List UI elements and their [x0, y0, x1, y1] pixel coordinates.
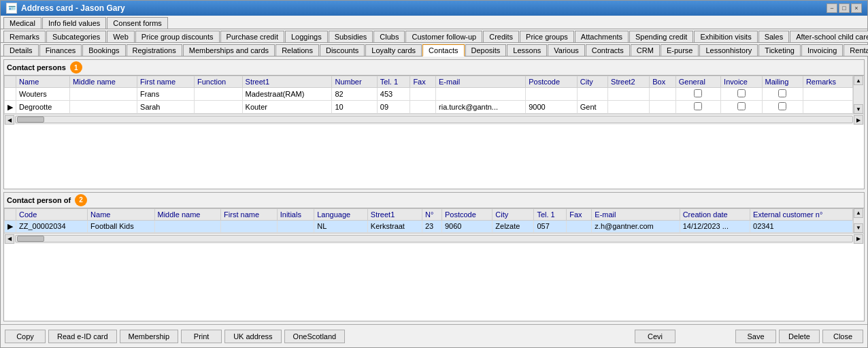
cell-invoice[interactable] — [721, 88, 762, 101]
cell2-ext: 02341 — [750, 220, 853, 232]
tab-attachments[interactable]: Attachments — [575, 31, 629, 42]
scroll-down-arrow-1[interactable]: ▼ — [854, 104, 863, 114]
tab-purchase-credit[interactable]: Purchase credit — [220, 31, 284, 42]
tab-finances[interactable]: Finances — [39, 44, 82, 56]
scroll-left-arrow-1[interactable]: ◀ — [5, 115, 14, 125]
tab-customer-follow-up[interactable]: Customer follow-up — [405, 31, 482, 42]
minimize-button[interactable]: − — [827, 3, 837, 13]
table-row[interactable]: ▶ ZZ_00002034 Football Kids NL Kerkstraa… — [5, 220, 853, 232]
tab-rental[interactable]: Rental — [844, 44, 868, 56]
cell-number: 82 — [332, 88, 377, 101]
invoice-checkbox[interactable] — [737, 102, 746, 110]
cell-street1: Madestraat(RAM) — [242, 88, 332, 101]
invoice-checkbox[interactable] — [737, 89, 746, 97]
tab-price-groups[interactable]: Price groups — [520, 31, 574, 42]
tab-sales[interactable]: Sales — [758, 31, 790, 42]
scroll-right-arrow-2[interactable]: ▶ — [854, 234, 863, 244]
general-checkbox[interactable] — [694, 102, 702, 110]
tab-relations[interactable]: Relations — [276, 44, 319, 56]
onescotland-button[interactable]: OneScotland — [284, 330, 346, 343]
tab-spending-credit[interactable]: Spending credit — [629, 31, 693, 42]
tab-contracts[interactable]: Contracts — [586, 44, 630, 56]
tab-consent-forms[interactable]: Consent forms — [107, 17, 168, 29]
tab-contacts[interactable]: Contacts — [422, 44, 464, 57]
tab-discounts[interactable]: Discounts — [320, 44, 365, 56]
col2-street1: Street1 — [367, 208, 422, 220]
scroll-down-arrow-2[interactable]: ▼ — [854, 223, 863, 233]
hscroll-track-2 — [15, 235, 853, 242]
copy-button[interactable]: Copy — [5, 330, 46, 343]
read-eid-button[interactable]: Read e-ID card — [48, 330, 117, 343]
contact-persons-scroll[interactable]: Name Middle name First name Function Str… — [4, 76, 853, 114]
vscrollbar-2[interactable]: ▲ ▼ — [853, 208, 864, 233]
cell-invoice[interactable] — [721, 101, 762, 114]
scroll-left-arrow-2[interactable]: ◀ — [5, 234, 14, 244]
window-icon: 🪪 — [6, 3, 17, 14]
cevi-button[interactable]: Cevi — [635, 330, 675, 343]
cell2-initials — [277, 220, 314, 232]
cell-general[interactable] — [675, 101, 720, 114]
tab-registrations[interactable]: Registrations — [127, 44, 182, 56]
tab-after-school[interactable]: After-school child care — [790, 31, 868, 42]
cell-number: 10 — [332, 101, 377, 114]
tab-bookings[interactable]: Bookings — [82, 44, 125, 56]
tab-subcategories[interactable]: Subcategories — [46, 31, 106, 42]
general-checkbox[interactable] — [694, 89, 702, 97]
cell-mailing[interactable] — [762, 88, 803, 101]
tab-crm[interactable]: CRM — [631, 44, 660, 56]
tab-loyalty-cards[interactable]: Loyalty cards — [365, 44, 422, 56]
cell-general[interactable] — [675, 88, 720, 101]
scroll-right-arrow-1[interactable]: ▶ — [854, 115, 863, 125]
mailing-checkbox[interactable] — [778, 89, 786, 97]
tab-exhibition-visits[interactable]: Exhibition visits — [694, 31, 757, 42]
tab-loggings[interactable]: Loggings — [285, 31, 328, 42]
tab-ticketing[interactable]: Ticketing — [758, 44, 801, 56]
scroll-up-arrow-2[interactable]: ▲ — [854, 208, 863, 218]
cell2-tel1: 057 — [534, 220, 567, 232]
tab-clubs[interactable]: Clubs — [373, 31, 405, 42]
maximize-button[interactable]: □ — [839, 3, 850, 13]
tab-price-group-discounts[interactable]: Price group discounts — [135, 31, 220, 42]
tab-lessonhistory[interactable]: Lessonhistory — [699, 44, 758, 56]
tab-deposits[interactable]: Deposits — [465, 44, 507, 56]
scroll-up-arrow-1[interactable]: ▲ — [854, 76, 863, 85]
tab-row-3: Details Finances Bookings Registrations … — [1, 43, 867, 57]
tab-memberships-and-cards[interactable]: Memberships and cards — [183, 44, 275, 56]
cell2-city: Zelzate — [493, 220, 534, 232]
cell-firstname: Sarah — [137, 101, 195, 114]
membership-button[interactable]: Membership — [120, 330, 179, 343]
tab-lessons[interactable]: Lessons — [507, 44, 547, 56]
cell-mailing[interactable] — [762, 101, 803, 114]
tab-subsidies[interactable]: Subsidies — [329, 31, 373, 42]
tab-info-field-values[interactable]: Info field values — [42, 17, 106, 29]
hscroll-1[interactable]: ◀ ▶ — [4, 114, 864, 125]
table-row[interactable]: Wouters Frans Madestraat(RAM) 82 453 — [5, 88, 853, 101]
tab-medical[interactable]: Medical — [3, 17, 41, 29]
tab-invoicing[interactable]: Invoicing — [801, 44, 843, 56]
col2-firstname: First name — [221, 208, 278, 220]
tab-epurse[interactable]: E-purse — [661, 44, 699, 56]
vscrollbar-1[interactable]: ▲ ▼ — [853, 76, 864, 114]
uk-address-button[interactable]: UK address — [224, 330, 281, 343]
tab-credits[interactable]: Credits — [483, 31, 519, 42]
tab-web[interactable]: Web — [107, 31, 134, 42]
hscroll-thumb-2[interactable] — [17, 236, 44, 242]
mailing-checkbox[interactable] — [778, 102, 786, 110]
cell-city — [577, 88, 607, 101]
hscroll-thumb-1[interactable] — [17, 116, 44, 123]
contact-person-of-scroll[interactable]: Code Name Middle name First name Initial… — [4, 208, 853, 233]
col-city: City — [577, 76, 607, 88]
tab-remarks[interactable]: Remarks — [3, 31, 46, 42]
main-window: 🪪 Address card - Jason Gary − □ × Medica… — [0, 0, 868, 348]
close-main-button[interactable]: Close — [822, 330, 863, 343]
cell-function — [195, 101, 243, 114]
col2-tel1: Tel. 1 — [534, 208, 567, 220]
save-button[interactable]: Save — [735, 330, 776, 343]
print-button[interactable]: Print — [181, 330, 222, 343]
delete-button[interactable]: Delete — [779, 330, 820, 343]
window-close-button[interactable]: × — [851, 3, 862, 13]
hscroll-2[interactable]: ◀ ▶ — [4, 233, 864, 244]
tab-details[interactable]: Details — [3, 44, 39, 56]
tab-various[interactable]: Various — [548, 44, 584, 56]
table-row[interactable]: ▶ Degrootte Sarah Kouter 10 09 ria.turck… — [5, 101, 853, 114]
